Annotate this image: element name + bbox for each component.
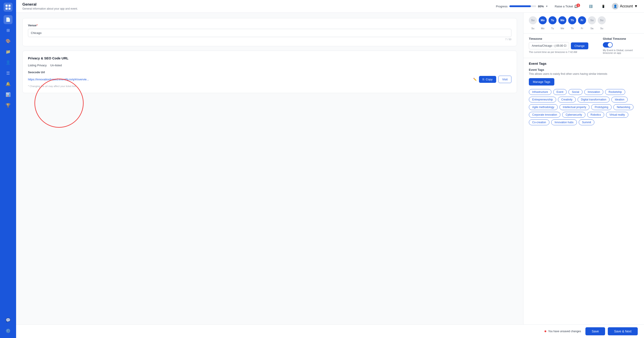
day-name-fr: Fr [578,27,586,30]
listing-privacy-row: Listing Privacy Un-listed [28,64,512,67]
progress-area: Progress 80% ▼ [496,5,548,8]
mobile-preview-button[interactable]: 📱 [599,3,607,9]
timezone-left: Timezone Change The current time as per … [529,37,598,53]
day-row: Su Mo Tu We Th Fr [529,16,639,24]
timezone-time-note: The current time as per timezone is 7:42… [529,51,598,53]
tag-chip[interactable]: Robotics [587,112,604,118]
chevron-down-icon[interactable]: ▼ [546,5,548,7]
tag-chip[interactable]: Ideation [611,97,628,102]
progress-label: Progress [496,5,508,8]
tag-chip[interactable]: Networking [613,104,634,110]
day-circle-we: We [558,16,566,24]
day-name-tu: Tu [548,27,556,30]
url-warning: * Changing the url may affect your ticke… [28,85,512,88]
account-area[interactable]: 👤 Account ▼ [612,3,638,9]
day-name-su1: Su [529,27,537,30]
tag-chip[interactable]: Co-creation [529,119,550,125]
left-panel: Venue* 7 / 50 Privacy & SEO Code URL Lis… [16,13,523,324]
raise-ticket-button[interactable]: Raise a Ticket 🎧 1 [552,3,582,9]
sidebar-icon-person[interactable]: 👤 [4,58,12,67]
sidebar-icon-chat[interactable]: 💬 [4,316,12,325]
day-su2[interactable]: Su [598,16,606,24]
sidebar-icon-bell[interactable]: 🔔 [4,79,12,88]
tag-chip[interactable]: Summit [579,119,594,125]
tag-chip[interactable]: Prototyping [591,104,612,110]
sidebar-icon-palette[interactable]: 🎨 [4,37,12,45]
right-panel: Su Mo Tu We Th Fr [523,13,644,324]
unsaved-changes-notice: You have unsaved changes [544,330,581,333]
copy-icon: ⎘ [482,78,484,81]
header-left: General General information about your a… [22,2,78,10]
sidebar-icon-settings[interactable]: ⚙️ [4,326,12,335]
timezone-right: Global Timezone My Event is Global, conv… [603,37,639,54]
tag-chip[interactable]: Infrastructure [529,89,552,95]
venue-label: Venue* [28,24,512,27]
tag-chip[interactable]: Digital transformation [578,97,610,102]
tag-chip[interactable]: Virtual reality [606,112,628,118]
tag-chip[interactable]: Corporate innovation [529,112,560,118]
tag-chip[interactable]: Agile methodology [529,104,558,110]
day-mo[interactable]: Mo [539,16,547,24]
timezone-input[interactable] [529,42,569,49]
headset-icon: 🎧 1 [574,5,580,8]
copy-button[interactable]: ⎘ Copy [479,76,496,83]
global-timezone-label: Global Timezone [603,37,639,40]
progress-bar-fill [510,5,531,7]
tag-chip[interactable]: Creativity [558,97,576,102]
venue-card: Venue* 7 / 50 [22,18,517,46]
day-circle-fr: Fr [578,16,586,24]
day-sa[interactable]: Sa [588,16,596,24]
day-name-mo: Mo [539,27,547,30]
sidebar-icon-grid[interactable]: ⊞ [4,26,12,35]
day-circle-sa: Sa [588,16,596,24]
tag-chip[interactable]: Innovation [584,89,603,95]
sidebar-icon-chart[interactable]: 📊 [4,90,12,99]
url-row: https://innovationbased.eventify.io/q/#/… [28,76,512,83]
event-tags-desc: This allows users to eaisly find other u… [529,72,639,75]
venue-input[interactable] [28,29,512,37]
tag-chip[interactable]: Innovation hubs [551,119,577,125]
privacy-seo-card: Privacy & SEO Code URL Listing Privacy U… [22,51,517,93]
day-name-su2: Su [598,27,606,30]
day-we[interactable]: We [558,16,566,24]
tag-chip[interactable]: Intellectual property [560,104,590,110]
global-timezone-toggle[interactable] [603,42,639,47]
save-next-button[interactable]: Save & Next [608,327,638,335]
tag-chip[interactable]: Event [553,89,567,95]
toggle-switch[interactable] [603,42,613,47]
manage-tags-button[interactable]: Manage Tags [529,78,554,86]
day-th[interactable]: Th [568,16,576,24]
listing-privacy-value: Un-listed [50,64,62,67]
sidebar-icon-list[interactable]: ☰ [4,69,12,78]
save-button[interactable]: Save [586,327,605,335]
day-circle-mo: Mo [539,16,547,24]
timezone-change-button[interactable]: Change [571,42,588,49]
listing-privacy-label: Listing Privacy [28,64,47,67]
sidebar-icon-document[interactable]: 📄 [4,15,12,24]
toggle-knob [608,43,612,47]
visit-button[interactable]: Visit [498,76,512,83]
raise-ticket-label: Raise a Ticket [555,5,573,8]
sidebar-icon-trophy[interactable]: 🏆 [4,101,12,110]
tag-chip[interactable]: Social [568,89,582,95]
mobile-icon: 📱 [602,5,605,8]
top-header: General General information about your a… [16,0,644,13]
timezone-label: Timezone [529,37,598,40]
day-su1[interactable]: Su [529,16,537,24]
info-button[interactable]: ℹ️ [587,3,595,9]
tag-chip[interactable]: Cybersecurity [562,112,585,118]
sidebar-icon-folder[interactable]: 📁 [4,47,12,56]
edit-icon[interactable]: ✏️ [473,78,477,81]
tag-chip[interactable]: Rocketship [605,89,625,95]
day-circle-su1: Su [529,16,537,24]
day-tu[interactable]: Tu [548,16,556,24]
venue-counter: 7 / 50 [28,38,512,41]
global-timezone-note: My Event is Global, convert timezone on … [603,49,639,54]
event-tags-sub-label: Event Tags [529,68,639,71]
tags-wrap: InfrastructureEventSocialInnovationRocke… [529,89,639,125]
timezone-select-row: Change [529,42,598,49]
bottom-bar: You have unsaved changes Save Save & Nex… [16,324,644,338]
account-chevron-icon: ▼ [634,4,638,8]
tag-chip[interactable]: Entrepreneurship [529,97,556,102]
day-fr[interactable]: Fr [578,16,586,24]
